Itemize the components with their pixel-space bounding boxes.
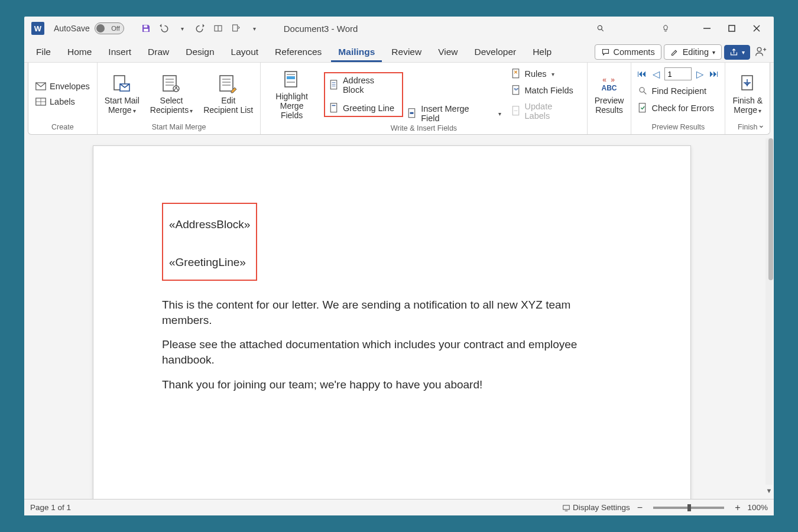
chevron-down-icon: ▾ [742, 49, 745, 56]
tab-developer[interactable]: Developer [468, 43, 524, 62]
svg-rect-47 [640, 103, 646, 112]
first-record-button[interactable]: ⏮ [636, 69, 648, 79]
preview-icon: « » ABC [599, 73, 620, 95]
svg-line-6 [602, 30, 604, 31]
autosave-label: AutoSave [54, 24, 90, 33]
address-block-field[interactable]: «AddressBlock» [169, 218, 250, 231]
insert-merge-label: Insert Merge Field [421, 104, 489, 123]
qat-icon-1[interactable] [212, 24, 225, 33]
body-line-2[interactable]: Please see the attached documentation wh… [162, 337, 622, 367]
tab-references[interactable]: References [268, 43, 329, 62]
share-button[interactable]: ▾ [724, 45, 750, 60]
rules-button[interactable]: Rules▾ [510, 67, 582, 80]
svg-rect-0 [144, 25, 147, 28]
body-line-1[interactable]: This is the content for our letter. We a… [162, 297, 622, 327]
zoom-level[interactable]: 100% [747, 503, 768, 512]
ribbon-tabs: File Home Insert Draw Design Layout Refe… [24, 40, 774, 63]
preview-results-button[interactable]: « » ABC Preview Results [592, 72, 627, 116]
maximize-button[interactable] [722, 20, 742, 37]
search-icon[interactable] [591, 20, 611, 37]
group-start-label: Start Mail Merge [102, 123, 256, 133]
comments-button[interactable]: Comments [595, 44, 661, 60]
tab-review[interactable]: Review [384, 43, 429, 62]
zoom-in-button[interactable]: + [735, 502, 740, 513]
find-label: Find Recipient [651, 86, 706, 96]
finish-merge-button[interactable]: Finish & Merge▾ [730, 72, 765, 116]
match-label: Match Fields [525, 86, 573, 95]
user-presence-icon[interactable] [752, 43, 769, 60]
display-settings-button[interactable]: Display Settings [562, 503, 630, 512]
redo-icon[interactable] [194, 23, 207, 34]
rules-label: Rules [525, 69, 547, 79]
finish-icon [737, 73, 758, 95]
undo-icon[interactable] [157, 23, 170, 34]
zoom-thumb[interactable] [687, 504, 691, 511]
svg-point-24 [176, 87, 177, 89]
svg-rect-30 [287, 76, 295, 79]
check-errors-button[interactable]: Check for Errors [636, 102, 716, 115]
svg-rect-25 [220, 76, 233, 91]
tab-file[interactable]: File [29, 43, 58, 62]
highlight-merge-fields-button[interactable]: Highlight Merge Fields [265, 68, 318, 121]
edit-recipients-icon [218, 73, 239, 95]
envelopes-label: Envelopes [50, 82, 90, 91]
tab-insert[interactable]: Insert [101, 43, 138, 62]
editing-button[interactable]: Editing ▾ [664, 44, 722, 60]
update-label: Update Labels [525, 102, 580, 121]
prev-record-button[interactable]: ◁ [651, 69, 661, 80]
minimize-button[interactable] [697, 20, 717, 37]
group-create: Envelopes Labels Create [28, 63, 98, 134]
close-button[interactable] [747, 20, 767, 37]
start-mail-merge-button[interactable]: Start Mail Merge▾ [102, 72, 142, 116]
tab-layout[interactable]: Layout [224, 43, 266, 62]
group-preview: « » ABC Preview Results . [588, 63, 632, 134]
scroll-down-icon[interactable]: ▼ [765, 487, 773, 495]
collapse-ribbon-icon[interactable]: ⌄ [758, 120, 765, 129]
last-record-button[interactable]: ⏭ [708, 69, 720, 79]
record-number-input[interactable] [664, 67, 692, 80]
status-bar: Page 1 of 1 Display Settings − + 100% [24, 499, 774, 515]
address-block-button[interactable]: Address Block [327, 74, 400, 96]
page-count[interactable]: Page 1 of 1 [30, 503, 71, 512]
next-record-button[interactable]: ▷ [695, 69, 705, 80]
document-page[interactable]: «AddressBlock» «GreetingLine» This is th… [93, 145, 691, 499]
tab-mailings[interactable]: Mailings [331, 43, 382, 62]
qat-customize-icon[interactable]: ▾ [248, 25, 261, 32]
tab-home[interactable]: Home [60, 43, 99, 62]
greeting-line-label: Greeting Line [343, 103, 394, 113]
group-preview-nav: ⏮ ◁ ▷ ⏭ Find Recipient Check for Errors … [631, 63, 725, 134]
body-line-3[interactable]: Thank you for joining our team; we're ha… [162, 377, 622, 392]
zoom-out-button[interactable]: − [637, 502, 643, 513]
find-recipient-button[interactable]: Find Recipient [636, 85, 709, 97]
autosave-state: Off [111, 25, 119, 32]
edit-recipient-list-button[interactable]: Edit Recipient List [201, 72, 255, 116]
qat-icon-2[interactable] [229, 24, 242, 33]
envelopes-button[interactable]: Envelopes [33, 80, 92, 92]
group-create-label: Create [33, 123, 92, 133]
select-recipients-icon [161, 73, 182, 95]
tab-design[interactable]: Design [179, 43, 221, 62]
autosave-toggle[interactable]: Off [95, 22, 124, 34]
svg-rect-37 [330, 103, 337, 112]
greeting-line-field[interactable]: «GreetingLine» [169, 256, 250, 269]
tab-view[interactable]: View [431, 43, 465, 62]
record-nav: ⏮ ◁ ▷ ⏭ [636, 67, 720, 80]
save-icon[interactable] [140, 23, 153, 34]
tab-help[interactable]: Help [525, 43, 559, 62]
select-recipients-button[interactable]: Select Recipients▾ [148, 72, 195, 116]
svg-rect-49 [563, 505, 570, 509]
zoom-slider[interactable] [653, 507, 724, 509]
greeting-line-button[interactable]: Greeting Line [327, 102, 400, 115]
match-fields-button[interactable]: Match Fields [510, 84, 582, 97]
check-label: Check for Errors [651, 103, 714, 113]
scroll-thumb[interactable] [768, 138, 773, 280]
document-area: «AddressBlock» «GreetingLine» This is th… [24, 135, 774, 499]
comments-label: Comments [614, 47, 655, 57]
tab-draw[interactable]: Draw [141, 43, 176, 62]
svg-rect-9 [729, 25, 735, 31]
lightbulb-icon[interactable] [656, 20, 676, 37]
undo-dropdown-icon[interactable]: ▾ [176, 25, 189, 32]
labels-button[interactable]: Labels [33, 96, 92, 108]
toggle-knob-icon [96, 24, 105, 33]
insert-merge-field-button[interactable]: Insert Merge Field ▾ [406, 103, 503, 124]
